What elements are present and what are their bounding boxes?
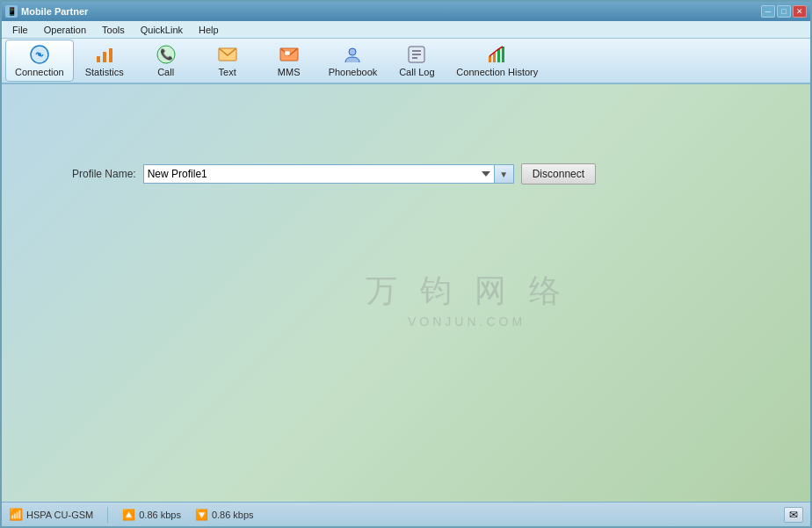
svg-rect-17 bbox=[497, 49, 500, 62]
text-icon bbox=[217, 44, 238, 65]
close-button[interactable]: ✕ bbox=[793, 5, 807, 18]
text-label: Text bbox=[219, 67, 236, 77]
svg-point-1 bbox=[38, 53, 41, 56]
svg-rect-3 bbox=[103, 52, 106, 62]
titlebar-controls: ─ □ ✕ bbox=[761, 5, 807, 18]
svg-rect-15 bbox=[489, 56, 491, 62]
main-window: 📱 Mobile Partner ─ □ ✕ File Operation To… bbox=[0, 0, 812, 528]
main-content: 万 钧 网 络 VONJUN.COM Profile Name: ▼ Disco… bbox=[2, 84, 810, 502]
toolbar: Connection Statistics 📞 Call bbox=[2, 39, 810, 84]
toolbar-calllog[interactable]: Call Log bbox=[386, 40, 447, 82]
network-name: HSPA CU-GSM bbox=[26, 510, 93, 520]
signal-icon: 📶 bbox=[9, 508, 23, 521]
profile-name-input[interactable] bbox=[143, 164, 495, 184]
history-label: Connection History bbox=[456, 67, 538, 77]
connection-icon bbox=[29, 44, 50, 65]
toolbar-history[interactable]: Connection History bbox=[447, 40, 547, 82]
watermark-chinese: 万 钧 网 络 bbox=[366, 270, 568, 313]
titlebar: 📱 Mobile Partner ─ □ ✕ bbox=[2, 2, 810, 21]
menu-operation[interactable]: Operation bbox=[37, 23, 93, 37]
calllog-icon bbox=[406, 44, 427, 65]
menu-file[interactable]: File bbox=[5, 23, 35, 37]
status-download: 🔽 0.86 kbps bbox=[195, 509, 254, 521]
status-divider-1 bbox=[107, 507, 108, 523]
minimize-button[interactable]: ─ bbox=[761, 5, 775, 18]
app-icon: 📱 bbox=[5, 5, 18, 18]
call-label: Call bbox=[157, 67, 174, 77]
maximize-button[interactable]: □ bbox=[777, 5, 791, 18]
svg-point-10 bbox=[349, 48, 356, 55]
svg-rect-16 bbox=[493, 53, 496, 62]
disconnect-button[interactable]: Disconnect bbox=[521, 163, 596, 184]
watermark: 万 钧 网 络 VONJUN.COM bbox=[366, 270, 568, 329]
toolbar-mms[interactable]: MMS bbox=[258, 40, 320, 82]
menu-tools[interactable]: Tools bbox=[95, 23, 132, 37]
toolbar-connection[interactable]: Connection bbox=[5, 40, 74, 82]
svg-rect-18 bbox=[502, 47, 504, 62]
svg-rect-4 bbox=[109, 48, 112, 62]
status-upload: 🔼 0.86 kbps bbox=[122, 509, 181, 521]
statistics-label: Statistics bbox=[85, 67, 124, 77]
toolbar-statistics[interactable]: Statistics bbox=[74, 40, 135, 82]
profile-select-wrapper: ▼ bbox=[143, 164, 514, 184]
mms-label: MMS bbox=[278, 67, 301, 77]
profile-row: Profile Name: ▼ Disconnect bbox=[72, 163, 596, 184]
mms-icon bbox=[279, 44, 300, 65]
menu-help[interactable]: Help bbox=[192, 23, 226, 37]
profile-dropdown-button[interactable]: ▼ bbox=[495, 164, 514, 184]
svg-text:📞: 📞 bbox=[159, 47, 172, 61]
toolbar-phonebook[interactable]: Phonebook bbox=[320, 40, 387, 82]
connection-label: Connection bbox=[15, 67, 64, 77]
menu-quicklink[interactable]: QuickLink bbox=[134, 23, 190, 37]
toolbar-call[interactable]: 📞 Call bbox=[135, 40, 197, 82]
download-icon: 🔽 bbox=[195, 509, 208, 521]
phonebook-icon bbox=[342, 44, 363, 65]
status-right: ✉ bbox=[784, 507, 803, 523]
svg-rect-9 bbox=[285, 51, 290, 55]
message-icon[interactable]: ✉ bbox=[784, 507, 803, 523]
statusbar: 📶 HSPA CU-GSM 🔼 0.86 kbps 🔽 0.86 kbps ✉ bbox=[2, 502, 810, 526]
download-speed: 0.86 kbps bbox=[212, 510, 254, 520]
upload-icon: 🔼 bbox=[122, 509, 135, 521]
titlebar-left: 📱 Mobile Partner bbox=[5, 5, 88, 18]
svg-rect-2 bbox=[97, 56, 100, 62]
status-network: 📶 HSPA CU-GSM bbox=[9, 508, 93, 521]
upload-speed: 0.86 kbps bbox=[139, 510, 181, 520]
statistics-icon bbox=[94, 44, 115, 65]
app-title: Mobile Partner bbox=[21, 6, 88, 17]
history-icon bbox=[487, 44, 508, 65]
watermark-english: VONJUN.COM bbox=[366, 315, 568, 329]
profile-label: Profile Name: bbox=[72, 168, 136, 180]
menubar: File Operation Tools QuickLink Help bbox=[2, 21, 810, 39]
calllog-label: Call Log bbox=[399, 67, 434, 77]
phonebook-label: Phonebook bbox=[329, 67, 378, 77]
toolbar-text[interactable]: Text bbox=[197, 40, 258, 82]
call-icon: 📞 bbox=[156, 44, 177, 65]
